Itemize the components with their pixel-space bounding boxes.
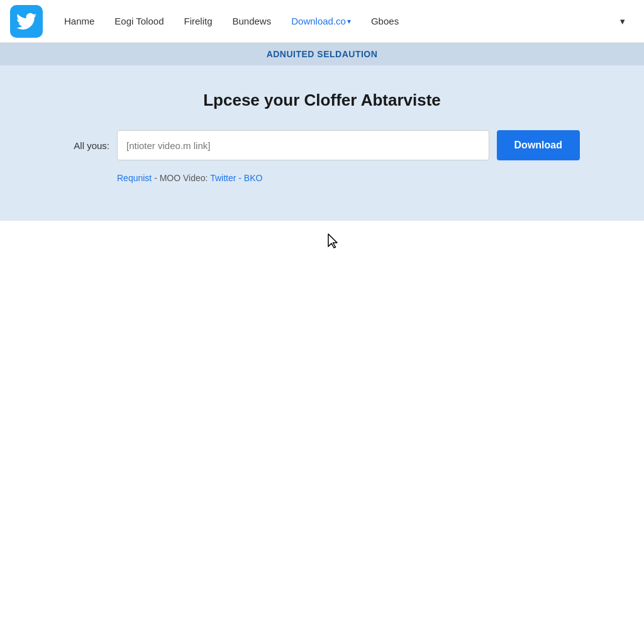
input-row: All yous: Download: [64, 130, 580, 160]
url-input[interactable]: [117, 130, 489, 160]
nav-more-button[interactable]: ▾: [611, 11, 634, 32]
chevron-down-icon: ▾: [347, 17, 351, 26]
page-rest: [0, 221, 644, 598]
links-separator: - MOO Video:: [154, 173, 210, 183]
page-title: Lpcese your Cloffer Abtarviste: [13, 91, 631, 110]
banner-text: ADNUITED SELDAUTION: [267, 49, 378, 59]
more-icon: ▾: [620, 16, 625, 27]
nav-links: Hanme Eogi Tolood Firelitg Bundews Downl…: [55, 11, 606, 31]
twitter-logo[interactable]: [10, 5, 43, 38]
links-row: Requnist - MOO Video: Twitter - BKO: [64, 173, 580, 183]
navbar: Hanme Eogi Tolood Firelitg Bundews Downl…: [0, 0, 644, 43]
requnist-link[interactable]: Requnist: [117, 173, 152, 183]
nav-bundews[interactable]: Bundews: [224, 11, 280, 31]
download-button[interactable]: Download: [497, 130, 580, 160]
twitter-bko-link[interactable]: Twitter - BKO: [210, 173, 262, 183]
nav-firelitg[interactable]: Firelitg: [175, 11, 221, 31]
nav-gboes[interactable]: Gboes: [362, 11, 408, 31]
input-label: All yous:: [64, 140, 109, 151]
banner: ADNUITED SELDAUTION: [0, 43, 644, 65]
nav-download[interactable]: Download.co ▾: [282, 11, 360, 31]
nav-hanme[interactable]: Hanme: [55, 11, 103, 31]
nav-download-label: Download.co: [291, 16, 346, 26]
main-content: Lpcese your Cloffer Abtarviste All yous:…: [0, 65, 644, 221]
nav-eogi-tolood[interactable]: Eogi Tolood: [106, 11, 172, 31]
